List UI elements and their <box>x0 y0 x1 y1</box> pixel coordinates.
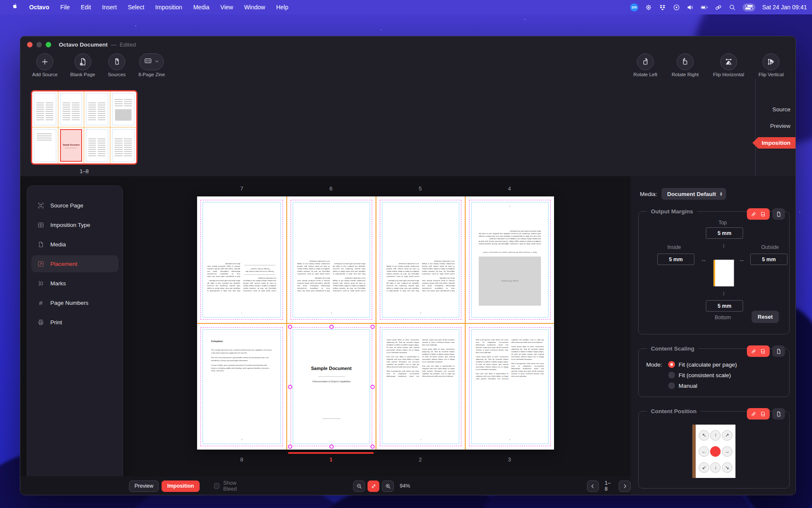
add-source-button[interactable]: Add Source <box>32 53 58 77</box>
content-scaling-group: Content Scaling Mode: Fit (calculate per… <box>638 345 790 397</box>
previous-sheet-button[interactable] <box>587 480 599 492</box>
position-right-button[interactable]: → <box>722 446 732 457</box>
menubar-clock[interactable]: Sat 24 Jan 09:41 <box>762 4 807 11</box>
top-margin-input[interactable]: 5 mm <box>706 227 743 239</box>
selection-handle[interactable] <box>370 444 375 449</box>
position-top-right-button[interactable]: ↗ <box>722 430 732 441</box>
menu-insert[interactable]: Insert <box>96 0 122 14</box>
sheet-page-2[interactable]: Lorem ipsum dolor sit amet, consectetur … <box>376 323 465 450</box>
menu-imposition[interactable]: Imposition <box>150 0 188 14</box>
sheet-page-3[interactable]: Sed ut perspiciatis unde omnis iste natu… <box>465 323 554 450</box>
selection-handle[interactable] <box>370 325 375 329</box>
zoom-app-icon[interactable]: zm <box>630 3 638 11</box>
position-center-button[interactable] <box>710 446 721 457</box>
sidebar-item-media[interactable]: Media <box>31 236 118 253</box>
link-icon[interactable] <box>715 4 722 11</box>
sheet-page-1-selected[interactable]: Sample Document A Demonstration of Octav… <box>286 323 376 450</box>
radio-fit-consistent[interactable]: Fit (consistent scale) <box>668 372 737 378</box>
toolbar: Add Source Blank Page Sources 8-Page Zin… <box>20 53 796 80</box>
selection-handle[interactable] <box>329 325 334 329</box>
linked-scope-control[interactable] <box>747 408 770 420</box>
flip-horizontal-button[interactable]: Flip Horizontal <box>713 53 744 77</box>
tab-source[interactable]: Source <box>768 104 796 115</box>
reset-margins-button[interactable]: Reset <box>752 311 779 323</box>
menu-help[interactable]: Help <box>271 0 294 14</box>
linked-scope-control[interactable] <box>747 345 770 357</box>
position-top-left-button[interactable]: ↖ <box>699 430 709 441</box>
flip-vertical-button[interactable]: Flip Vertical <box>759 53 784 77</box>
dropbox-icon[interactable] <box>659 4 666 11</box>
menu-media[interactable]: Media <box>188 0 215 14</box>
blank-page-button[interactable]: Blank Page <box>70 53 95 77</box>
play-circle-icon[interactable] <box>673 4 680 11</box>
position-bottom-left-button[interactable]: ↙ <box>699 462 709 473</box>
sidebar-item-source-page[interactable]: Source Page <box>31 197 118 214</box>
sheet-page-8[interactable]: Colophon This sample document was create… <box>197 323 286 450</box>
position-left-button[interactable]: ← <box>699 446 709 457</box>
zoom-out-button[interactable] <box>353 480 365 492</box>
octavo-window: Octavo Document — Edited Add Source Blan… <box>20 36 796 495</box>
thumb-page <box>110 127 137 163</box>
sidebar-item-print[interactable]: Print <box>31 314 118 331</box>
spotlight-search-icon[interactable] <box>729 4 736 11</box>
rotate-right-button[interactable]: Rotate Right <box>672 53 699 77</box>
position-bottom-right-button[interactable]: ↘ <box>722 462 732 473</box>
per-page-scope-button[interactable] <box>772 408 785 420</box>
menu-octavo[interactable]: Octavo <box>24 0 55 14</box>
control-center-icon[interactable] <box>743 3 755 11</box>
thumb-page-selected[interactable]: Sample Document <box>58 127 85 163</box>
apple-menu[interactable] <box>6 0 24 14</box>
menu-view[interactable]: View <box>215 0 239 14</box>
menu-window[interactable]: Window <box>239 0 271 14</box>
selected-column-number: 1 <box>286 456 376 463</box>
bottom-margin-input[interactable]: 5 mm <box>706 300 743 312</box>
selection-handle[interactable] <box>288 385 292 389</box>
per-page-scope-button[interactable] <box>772 208 785 220</box>
position-bottom-button[interactable]: ↓ <box>710 462 721 473</box>
media-dropdown[interactable]: Document Default ▴▾ <box>661 188 727 200</box>
sidebar-item-placement[interactable]: Placement <box>31 255 118 272</box>
imposition-sheet[interactable]: 7 Lorem ipsum dolor sit amet, consectetu… <box>197 196 554 450</box>
next-sheet-button[interactable] <box>619 480 631 492</box>
outside-margin-input[interactable]: 5 mm <box>750 254 787 265</box>
helm-icon[interactable] <box>645 4 652 11</box>
sheet-page-5[interactable]: 5 Sed ut perspiciatis unde omnis iste na… <box>376 196 465 323</box>
battery-icon[interactable] <box>701 4 708 11</box>
menu-edit[interactable]: Edit <box>75 0 96 14</box>
minimize-button[interactable] <box>36 42 42 47</box>
sidebar-item-page-numbers[interactable]: # Page Numbers <box>31 294 118 311</box>
zoom-window-button[interactable] <box>46 42 51 47</box>
selection-handle[interactable] <box>288 325 292 329</box>
menu-file[interactable]: File <box>55 0 75 14</box>
sidebar-item-marks[interactable]: Marks <box>31 275 118 292</box>
magnifier-plus-icon <box>385 483 391 489</box>
position-top-button[interactable]: ↑ <box>710 430 721 441</box>
per-page-scope-button[interactable] <box>772 345 785 357</box>
sidebar-item-imposition-type[interactable]: Imposition Type <box>31 216 118 233</box>
show-bleed-checkbox[interactable] <box>214 483 219 489</box>
linked-scope-control[interactable] <box>747 208 770 220</box>
tab-preview[interactable]: Preview <box>766 121 796 131</box>
thumbnail-sheet[interactable]: Sample Document <box>31 90 137 165</box>
selection-handle[interactable] <box>370 385 375 389</box>
sheet-page-4[interactable]: Image Placeholder Figure 1: Example imag… <box>465 196 554 323</box>
imposition-mode-button[interactable]: Imposition <box>162 480 199 492</box>
signature-thumbnail[interactable]: Sample Document 1–8 <box>31 90 137 174</box>
radio-fit-per-page[interactable]: Fit (calculate per page) <box>668 361 737 368</box>
selection-handle[interactable] <box>329 444 334 449</box>
sheet-page-6[interactable]: 6 Lorem ipsum dolor sit amet, consectetu… <box>286 196 376 323</box>
sheet-page-7[interactable]: 7 Lorem ipsum dolor sit amet, consectetu… <box>197 196 286 323</box>
rotate-left-button[interactable]: Rotate Left <box>634 53 657 77</box>
preview-mode-button[interactable]: Preview <box>129 480 159 492</box>
selection-handle[interactable] <box>288 444 292 449</box>
volume-icon[interactable] <box>687 4 694 11</box>
zoom-fit-button[interactable] <box>368 480 379 492</box>
zine-layout-button[interactable]: 8-Page Zine <box>138 53 165 77</box>
inside-margin-input[interactable]: 5 mm <box>657 254 694 265</box>
zoom-in-button[interactable] <box>382 480 394 492</box>
close-button[interactable] <box>27 42 33 47</box>
menu-select[interactable]: Select <box>122 0 150 14</box>
radio-manual[interactable]: Manual <box>668 382 737 389</box>
tab-imposition[interactable]: Imposition <box>752 137 796 149</box>
sources-button[interactable]: Sources <box>108 53 126 77</box>
